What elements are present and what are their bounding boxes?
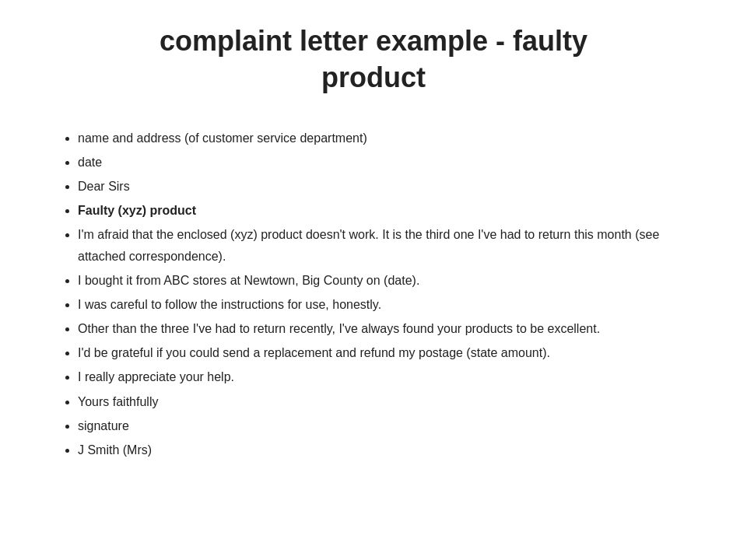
letter-list: name and address (of customer service de… [47, 128, 700, 461]
letter-item-3: Faulty (xyz) product [78, 200, 700, 221]
letter-item-4: I'm afraid that the enclosed (xyz) produ… [78, 224, 700, 266]
letter-item-2: Dear Sirs [78, 176, 700, 197]
letter-item-9: I really appreciate your help. [78, 366, 700, 387]
letter-item-10: Yours faithfully [78, 391, 700, 412]
letter-item-6: I was careful to follow the instructions… [78, 294, 700, 315]
page-title: complaint letter example - faultyproduct [47, 23, 700, 96]
letter-item-5: I bought it from ABC stores at Newtown, … [78, 270, 700, 291]
letter-item-1: date [78, 152, 700, 173]
letter-item-8: I'd be grateful if you could send a repl… [78, 342, 700, 363]
letter-item-7: Other than the three I've had to return … [78, 318, 700, 339]
letter-item-11: signature [78, 415, 700, 436]
letter-item-0: name and address (of customer service de… [78, 128, 700, 149]
letter-item-12: J Smith (Mrs) [78, 439, 700, 460]
